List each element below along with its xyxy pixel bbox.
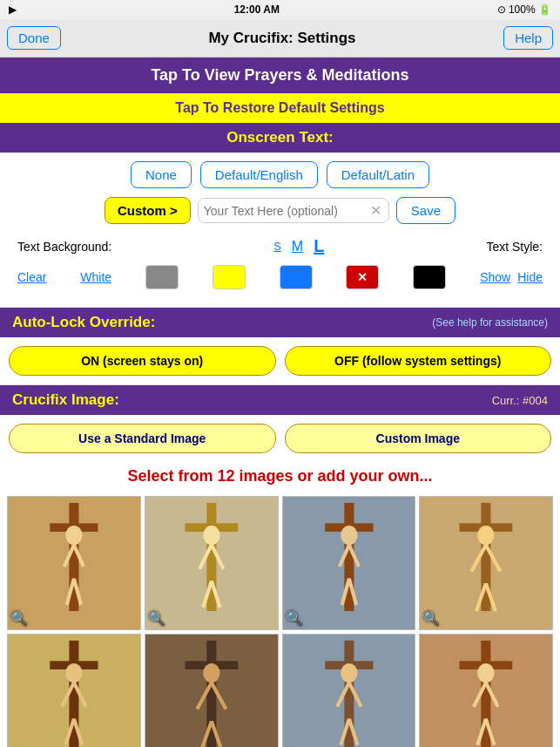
size-buttons: S M L [273, 236, 324, 256]
svg-point-23 [477, 526, 494, 545]
custom-image-button[interactable]: Custom Image [285, 424, 552, 453]
cross-svg-8 [420, 635, 552, 747]
size-m-button[interactable]: M [292, 236, 303, 256]
red-x-icon: ✕ [357, 270, 368, 284]
nav-bar: Done My Crucifix: Settings Help [0, 19, 560, 58]
onscreen-text-section: None Default/English Default/Latin Custo… [0, 153, 560, 307]
autolock-buttons: ON (screen stays on) OFF (follow system … [0, 337, 560, 384]
autolock-help: (See help for assistance) [432, 316, 548, 329]
svg-point-30 [65, 663, 82, 682]
onscreen-text-title: Onscreen Text: [226, 129, 334, 146]
magnify-2: 🔍 [148, 610, 165, 627]
onscreen-text-header: Onscreen Text: [0, 123, 560, 153]
crucifix-header-title: Crucifix Image: [12, 391, 119, 409]
none-button[interactable]: None [131, 161, 192, 188]
cross-svg-5 [8, 635, 140, 747]
status-time: 12:00 AM [234, 3, 280, 16]
show-button[interactable]: Show [480, 270, 510, 284]
clear-color-button[interactable]: Clear [17, 270, 46, 284]
hide-button[interactable]: Hide [517, 270, 543, 284]
battery-label: 100% [509, 3, 536, 16]
magnify-4: 🔍 [422, 610, 440, 627]
status-right: ⊙ 100% 🔋 [497, 3, 551, 16]
svg-point-44 [341, 663, 357, 682]
help-button[interactable]: Help [503, 26, 553, 50]
custom-row: Custom > ✕ Save [9, 197, 551, 224]
white-color-button[interactable]: White [80, 270, 111, 284]
image-cell-2[interactable]: 🔍 [145, 496, 279, 630]
standard-image-button[interactable]: Use a Standard Image [9, 424, 276, 453]
prayers-banner-text: Tap To View Prayers & Meditations [151, 66, 408, 84]
image-cell-3[interactable]: 🔍 [282, 496, 416, 630]
magnify-1: 🔍 [10, 610, 28, 627]
crucifix-image-header: Crucifix Image: Curr.: #004 [0, 385, 560, 415]
autolock-title: Auto-Lock Override: [12, 314, 155, 331]
style-label: Text Style: [486, 240, 543, 254]
custom-input-wrap: ✕ [198, 198, 389, 223]
text-buttons-row: None Default/English Default/Latin [9, 161, 551, 188]
image-cell-6[interactable]: 🔍 [145, 634, 279, 747]
restore-banner[interactable]: Tap To Restore Default Settings [0, 93, 560, 123]
crucifix-curr: Curr.: #004 [492, 394, 548, 407]
swatch-black[interactable] [413, 265, 446, 289]
done-button[interactable]: Done [7, 26, 61, 50]
default-english-button[interactable]: Default/English [200, 161, 318, 188]
default-latin-button[interactable]: Default/Latin [327, 161, 429, 188]
swatch-gray[interactable] [145, 265, 179, 289]
autolock-header: Auto-Lock Override: (See help for assist… [0, 308, 560, 337]
swatch-blue[interactable] [280, 265, 313, 289]
autolock-off-button[interactable]: OFF (follow system settings) [285, 346, 552, 376]
select-prompt: Select from 12 images or add your own... [0, 462, 560, 491]
image-cell-7[interactable]: 🔍 [282, 634, 416, 747]
size-l-button[interactable]: L [314, 236, 324, 256]
svg-point-51 [477, 663, 494, 682]
show-hide-wrap: Show Hide [480, 270, 543, 284]
magnify-3: 🔍 [286, 610, 303, 627]
custom-button[interactable]: Custom > [105, 197, 191, 224]
save-button[interactable]: Save [396, 197, 455, 224]
wifi-icon: ⊙ [497, 3, 506, 16]
clear-input-button[interactable]: ✕ [368, 202, 383, 219]
swatch-red: ✕ [346, 265, 379, 289]
bg-label: Text Background: [17, 240, 111, 254]
nav-title: My Crucifix: Settings [208, 30, 355, 47]
cross-svg-6 [145, 635, 278, 747]
battery-icon: 🔋 [538, 3, 551, 16]
image-grid: 🔍 🔍 [0, 491, 560, 747]
image-cell-1[interactable]: 🔍 [7, 496, 141, 630]
swatch-yellow[interactable] [213, 265, 246, 289]
autolock-on-button[interactable]: ON (screen stays on) [9, 346, 276, 376]
status-left: ▶ [9, 3, 17, 16]
prayers-banner[interactable]: Tap To View Prayers & Meditations [0, 58, 560, 93]
svg-point-9 [203, 526, 219, 545]
image-cell-8[interactable]: 🔍 [419, 634, 553, 747]
crucifix-image-buttons: Use a Standard Image Custom Image [0, 415, 560, 462]
svg-point-37 [203, 663, 219, 682]
status-bar: ▶ 12:00 AM ⊙ 100% 🔋 [0, 0, 560, 19]
image-cell-5[interactable]: 🔍 [7, 634, 141, 747]
svg-point-2 [65, 526, 82, 545]
custom-text-input[interactable] [204, 204, 368, 218]
color-row: Clear White ✕ Show Hide [9, 260, 551, 298]
size-s-button[interactable]: S [273, 236, 281, 256]
image-cell-4[interactable]: 🔍 [419, 496, 553, 630]
bg-style-row: Text Background: S M L Text Style: [9, 233, 551, 260]
cross-svg-7 [283, 635, 415, 747]
restore-banner-text: Tap To Restore Default Settings [175, 100, 384, 115]
svg-point-16 [341, 526, 357, 545]
